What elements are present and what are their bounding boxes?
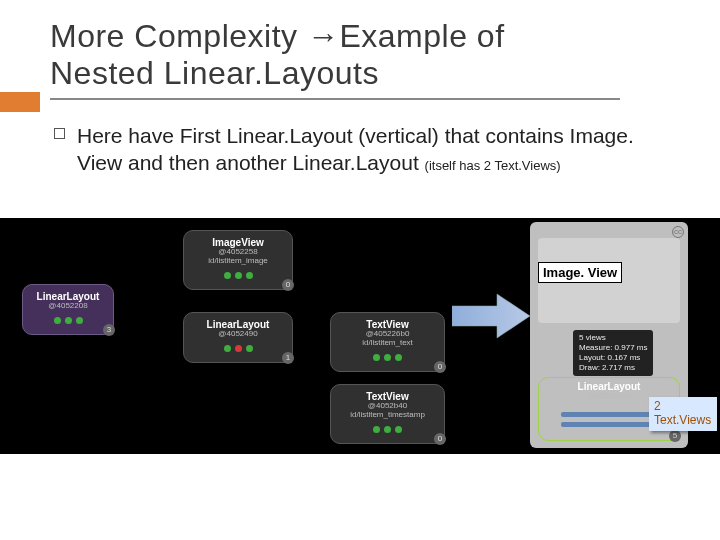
imageview-label: Image. View (538, 262, 622, 283)
bullet-row: Here have First Linear.Layout (vertical)… (54, 122, 670, 177)
perf-views: 5 views (579, 333, 647, 343)
cc-icon: cc (672, 226, 684, 238)
node-tv1-sub2: id/listitem_text (339, 339, 436, 348)
bullet-sub: (itself has 2 Text.Views) (425, 158, 561, 173)
node-tv1: TextView @405226b0 id/listitem_text 0 (330, 312, 445, 372)
bullet-text: Here have First Linear.Layout (vertical)… (77, 122, 670, 177)
node-inner-sub: @4052490 (192, 330, 284, 339)
callout-t: Text.Views (654, 413, 711, 427)
slide-title: More Complexity →Example of Nested Linea… (50, 18, 690, 92)
arrow-icon (452, 286, 532, 346)
traffic-dots (31, 317, 105, 324)
svg-marker-0 (452, 294, 530, 338)
arrow-icon: → (307, 18, 340, 54)
title-line1a: More Complexity (50, 18, 307, 54)
bullet-icon (54, 128, 65, 139)
title-line2: Nested Linear.Layouts (50, 55, 379, 91)
count-badge: 0 (282, 279, 294, 291)
callout-n: 2 (654, 399, 661, 413)
callout-textviews: 2 Text.Views (649, 397, 717, 431)
body-area: Here have First Linear.Layout (vertical)… (0, 100, 720, 177)
node-img-sub2: id/listitem_image (192, 257, 284, 266)
node-inner: LinearLayout @4052490 1 (183, 312, 293, 363)
accent-block (0, 92, 40, 112)
node-root: LinearLayout @4052208 3 (22, 284, 114, 335)
title-line1b: Example of (339, 18, 504, 54)
count-badge: 0 (434, 433, 446, 445)
perf-draw: Draw: 2.717 ms (579, 363, 647, 373)
count-badge: 1 (282, 352, 294, 364)
count-badge: 0 (434, 361, 446, 373)
node-imageview: ImageView @4052258 id/listitem_image 0 (183, 230, 293, 290)
node-root-sub: @4052208 (31, 302, 105, 311)
count-badge: 3 (103, 324, 115, 336)
title-area: More Complexity →Example of Nested Linea… (0, 0, 720, 100)
count-badge: 5 (669, 430, 681, 442)
node-tv2-sub2: id/listitem_timestamp (339, 411, 436, 420)
perf-box: 5 views Measure: 0.977 ms Layout: 0.167 … (573, 330, 653, 376)
perf-measure: Measure: 0.977 ms (579, 343, 647, 353)
node-tv2: TextView @4052b40 id/listitem_timestamp … (330, 384, 445, 444)
diagram-area: LinearLayout @4052208 3 ImageView @40522… (0, 218, 720, 454)
perf-layout: Layout: 0.167 ms (579, 353, 647, 363)
